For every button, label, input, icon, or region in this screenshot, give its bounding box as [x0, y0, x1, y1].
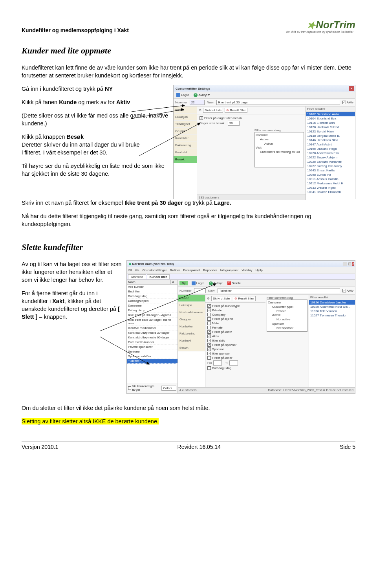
sidetab-kunde[interactable]: Kunde	[178, 295, 205, 302]
list-item[interactable]: 10138 Bergdal Mette B.	[306, 134, 355, 138]
results-list[interactable]: 10826 Donaldsen Jandke 10925 Alsammad No…	[309, 300, 355, 387]
sidetab-fakturering[interactable]: Fakturering	[178, 330, 205, 337]
sidetab-besok[interactable]: Besøk	[178, 344, 205, 351]
print-list-button[interactable]: Skriv ut liste	[203, 108, 223, 113]
filter-age-checkbox[interactable]: Filtrer på alder	[207, 356, 264, 360]
tab-kundefilter[interactable]: KundeFilter	[147, 274, 170, 279]
save-button[interactable]: Lagre	[190, 281, 205, 285]
sidetab-tilhorighet[interactable]: Tilhørighet	[174, 121, 197, 128]
filter-active-checkbox[interactable]: ✓Filtrer på aktiv	[207, 330, 264, 334]
list-item[interactable]: Kontrakt utløp neste 30 dager	[127, 331, 178, 335]
active-checkbox[interactable]: ✓Aktiv	[342, 289, 353, 292]
list-item[interactable]: 10146 Henriksen Nina	[306, 138, 355, 142]
new-button[interactable]: Ny	[179, 281, 188, 285]
sidetab-kostnadsbaerere[interactable]: Kostnadsbærere	[178, 309, 205, 316]
filter-sponsor-checkbox[interactable]: ✓Filtrer på sponsor	[207, 343, 264, 347]
list-item[interactable]: Private sponsorer	[127, 345, 178, 349]
filter-bday-checkbox[interactable]: Bursdag i dag	[207, 366, 264, 370]
sidetab-kunde[interactable]: Kunde	[174, 107, 197, 114]
reset-filter-button[interactable]: ⊘Resett filter	[233, 296, 255, 301]
list-item[interactable]: 10104 Sponland Eva	[306, 116, 355, 121]
opt-male[interactable]: Male	[212, 322, 219, 325]
list-item[interactable]: 10298 Sunde Ina	[306, 173, 355, 177]
menu-integrasjoner[interactable]: Integrasjoner	[220, 268, 239, 272]
menu-hjelp[interactable]: Hjelp	[256, 268, 263, 272]
opt-notsponsor[interactable]: Ikke sponsor	[212, 352, 230, 355]
menu-rapporter[interactable]: Rapporter	[203, 268, 217, 272]
list-item[interactable]: 10333 Wessel Ingrid	[306, 186, 355, 190]
list-item[interactable]: 10102 Nederland Anita	[306, 112, 355, 116]
list-item[interactable]: 10123 Børdal Mary	[306, 129, 355, 134]
list-item[interactable]: 10222 Sagøy Asbjørn	[306, 155, 355, 160]
list-item[interactable]: Sponsorbedrifter	[127, 354, 178, 359]
colors-button[interactable]: Colors...	[161, 386, 176, 391]
list-item[interactable]: 10220 Anderstuen Elin	[306, 151, 355, 155]
list-item[interactable]: 10120 Haltbakk Mildrid	[306, 125, 355, 129]
list-item[interactable]: 10116 Ellefsen Unni	[306, 121, 355, 125]
active-checkbox[interactable]: ✓Aktiv	[342, 101, 353, 104]
list-item[interactable]: Alle kunder	[127, 285, 178, 289]
filter-list[interactable]: Alle kunder Bedrifter Bursdag i dag Dans…	[127, 285, 178, 383]
delete-button[interactable]: Delete	[226, 281, 242, 285]
menu-verktoy[interactable]: Verktøy	[242, 268, 252, 272]
list-item[interactable]: Bursdag i dag	[127, 294, 178, 299]
menu-foresporsel[interactable]: Forespørsel	[183, 268, 200, 272]
sidetab-kontrakt[interactable]: Kontrakt	[178, 337, 205, 344]
sidetab-grupper[interactable]: Grupper	[178, 316, 205, 323]
opt-private[interactable]: Private	[212, 309, 222, 312]
menu-fil[interactable]: Fil	[128, 268, 132, 272]
list-item[interactable]: Tullefilter	[127, 359, 178, 364]
cancel-button[interactable]: Avbryt	[208, 281, 224, 285]
cancel-button[interactable]: Avbryt ▾	[192, 93, 211, 97]
number-field[interactable]: 22	[190, 100, 205, 105]
sidetab-besok[interactable]: Besøk	[174, 156, 197, 163]
sidetab-fakturering[interactable]: Fakturering	[174, 142, 197, 149]
number-field[interactable]	[194, 288, 206, 293]
list-item[interactable]: Ikke trent siste 30 dager, menn over...	[127, 318, 178, 326]
filter-gender-checkbox[interactable]: Filtrer på kjønn	[207, 317, 264, 321]
list-item[interactable]: 10311 Anshus Camilla	[306, 177, 355, 181]
list-item[interactable]: Potensielle-kunder	[127, 340, 178, 345]
opt-active[interactable]: Aktiv	[212, 334, 219, 338]
sidetab-kontakter[interactable]: Kontakter	[174, 135, 197, 142]
list-item[interactable]: 10227 Søreng Ole Jonny	[306, 164, 355, 168]
days-input[interactable]: 30	[228, 121, 240, 126]
opt-inactive[interactable]: Ikke aktiv	[212, 339, 225, 342]
sidetab-lokasjon[interactable]: Lokasjon	[178, 302, 205, 309]
list-item[interactable]: 10195 Daaland Hege	[306, 147, 355, 151]
menu-vis[interactable]: Vis	[135, 268, 139, 272]
reset-filter-button[interactable]: ⊘Resett filter	[225, 108, 247, 113]
list-item[interactable]: Seniorer	[127, 349, 178, 354]
sidetab-lokasjon[interactable]: Lokasjon	[174, 114, 197, 121]
name-field[interactable]: Ikke trent på 30 dager	[216, 100, 340, 105]
opt-female[interactable]: Female	[212, 326, 223, 329]
sidetab-kontakter[interactable]: Kontakter	[178, 323, 205, 330]
list-item[interactable]: Bedrifter	[127, 289, 178, 294]
list-item[interactable]: 10312 Merkesnes Heidi H	[306, 181, 355, 186]
filter-ctype-checkbox[interactable]: ✓Filtrer på kundetype	[207, 304, 264, 308]
maximize-icon[interactable]: ▢	[348, 262, 351, 266]
minimize-icon[interactable]: —	[343, 262, 347, 266]
list-item[interactable]: Inaktive medlemmer	[127, 326, 178, 331]
age-to[interactable]	[229, 360, 238, 366]
print-list-button[interactable]: Skriv ut liste	[211, 296, 231, 301]
usercolors-checkbox[interactable]: Vis brukervalgte farger	[128, 384, 160, 391]
opt-company[interactable]: Company	[212, 313, 225, 316]
list-item[interactable]: 10243 Einset Karita	[306, 168, 355, 173]
results-list[interactable]: 10102 Nederland Anita 10104 Sponland Eva…	[306, 112, 355, 200]
list-item[interactable]: 11026 Tele Vimsen	[309, 309, 355, 313]
list-item[interactable]: 10147 Aunli Astrid	[306, 142, 355, 147]
menu-grunn[interactable]: Grunninnstillinger	[142, 268, 167, 272]
list-item[interactable]: Fel og hicop	[127, 308, 178, 313]
filter-days-checkbox[interactable]: ✓Filtrer på dager uten besøk	[199, 116, 303, 120]
sidetab-kontrakt[interactable]: Kontrakt	[174, 149, 197, 156]
list-item[interactable]: Ikke trent på 30 dager - Agatha	[127, 313, 178, 318]
opt-sponsor[interactable]: Sponsor	[212, 347, 224, 351]
age-from[interactable]	[213, 360, 222, 366]
list-item[interactable]: 10225 Sandøn Marianne	[306, 160, 355, 164]
sidetab-grupper[interactable]: Grupper	[174, 128, 197, 135]
list-item[interactable]: Dansegruppen	[127, 299, 178, 303]
list-item[interactable]: 10341 Bakken Elisabeth	[306, 190, 355, 194]
close-icon[interactable]: ×	[349, 86, 354, 91]
list-item[interactable]: 11027 Tønnesen Theodor	[309, 313, 355, 318]
